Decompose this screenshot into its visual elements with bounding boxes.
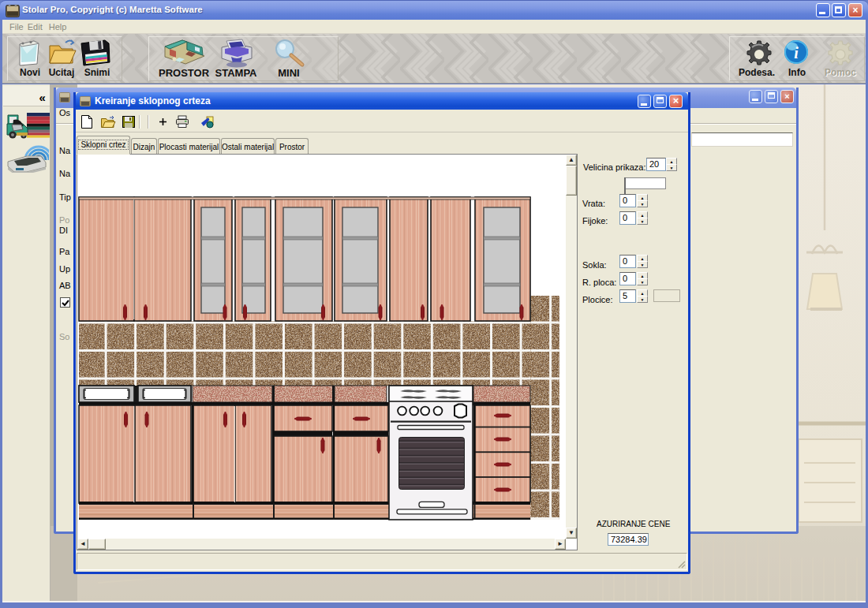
- svg-text:i: i: [794, 44, 799, 62]
